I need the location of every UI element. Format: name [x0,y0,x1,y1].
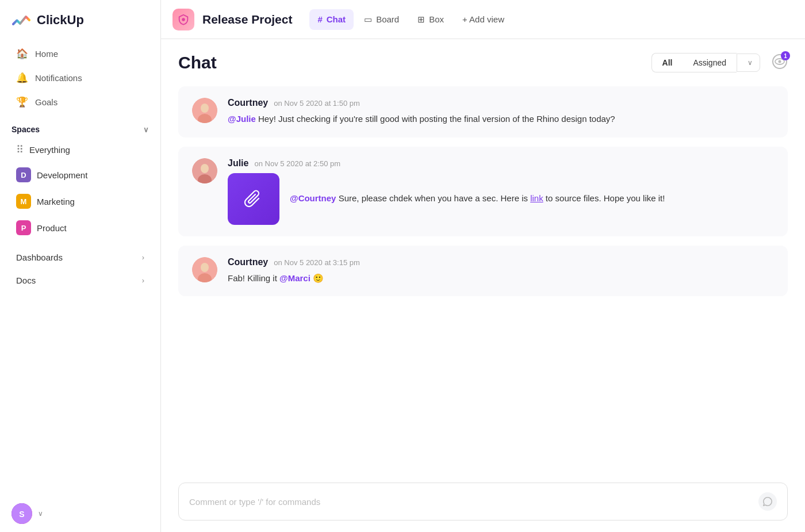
sidebar-nav: 🏠 Home 🔔 Notifications 🏆 Goals [0,39,160,117]
msg2-body: Julie on Nov 5 2020 at 2:50 pm @Courtney… [228,158,774,225]
msg3-author: Courtney [228,257,268,267]
add-view-label: + Add view [462,14,504,24]
msg2-meta: Julie on Nov 5 2020 at 2:50 pm [228,158,774,169]
user-avatar[interactable]: S [12,503,32,524]
dashboards-chevron-icon: › [142,253,144,262]
product-badge: P [16,220,31,235]
sidebar-item-everything-label: Everything [29,145,70,155]
development-badge: D [16,167,31,182]
sidebar-item-docs[interactable]: Docs › [5,269,156,292]
filter-assigned-button[interactable]: Assigned [683,53,737,72]
add-view-button[interactable]: + Add view [454,11,512,28]
msg1-avatar [192,98,217,123]
svg-text:S: S [19,510,24,519]
msg3-time: on Nov 5 2020 at 3:15 pm [274,258,360,267]
everything-icon: ⠿ [16,143,24,156]
msg2-attachment-wrap: @Courtney Sure, please chdek when you ha… [228,173,774,225]
watchers-button[interactable]: 1 [772,53,788,72]
box-tab-icon: ⊞ [417,14,425,25]
msg2-time: on Nov 5 2020 at 2:50 pm [254,159,340,168]
sidebar-item-everything[interactable]: ⠿ Everything [5,138,156,161]
tab-board[interactable]: ▭ Board [356,9,407,30]
msg3-avatar [192,257,217,282]
sidebar-item-product-label: Product [37,223,67,233]
tab-list: # Chat ▭ Board ⊞ Box + Add view [309,0,512,39]
attachment-thumbnail[interactable] [228,173,279,225]
chat-filter: All Assigned ∨ [651,53,760,72]
msg1-author: Courtney [228,98,268,108]
tab-chat[interactable]: # Chat [309,9,354,30]
user-menu-chevron-icon[interactable]: ∨ [38,510,43,518]
msg1-mention: @Julie [228,114,256,124]
sidebar-bottom-section: Dashboards › Docs › [0,246,160,292]
spaces-label: Spaces [12,125,40,134]
msg3-text: Fab! Killing it @Marci 🙂 [228,272,774,285]
courtney2-avatar-img [192,257,217,282]
sidebar-item-notifications[interactable]: 🔔 Notifications [5,66,156,90]
svg-point-10 [201,164,209,173]
msg2-avatar [192,158,217,183]
msg1-text: @Julie Hey! Just checking if you're stil… [228,113,774,126]
courtney-avatar-img [192,98,217,123]
filter-chevron-icon: ∨ [747,59,753,67]
main-content: Release Project # Chat ▭ Board ⊞ Box + A… [161,0,805,532]
spaces-section-header[interactable]: Spaces ∨ [0,117,160,137]
sidebar-item-marketing[interactable]: M Marketing [5,189,156,214]
docs-chevron-icon: › [142,276,144,285]
sidebar-item-dashboards[interactable]: Dashboards › [5,246,156,269]
sidebar-item-marketing-label: Marketing [37,197,75,206]
chat-title: Chat [178,53,217,72]
sidebar-item-goals[interactable]: 🏆 Goals [5,90,156,114]
project-icon [172,9,194,30]
filter-dropdown-button[interactable]: ∨ [737,53,760,72]
svg-point-2 [182,18,185,21]
sidebar-footer: S ∨ [0,495,160,532]
logo-area: ClickUp [0,0,160,39]
message-2: Julie on Nov 5 2020 at 2:50 pm @Courtney… [178,147,788,236]
release-project-icon [177,13,190,26]
msg2-text: @Courtney Sure, please chdek when you ha… [290,192,665,205]
svg-point-13 [201,263,209,272]
sidebar-item-home-label: Home [35,49,58,59]
paperclip-icon [244,189,263,209]
tab-box[interactable]: ⊞ Box [409,9,452,30]
msg1-body: Courtney on Nov 5 2020 at 1:50 pm @Julie… [228,98,774,126]
comment-input-box[interactable]: Comment or type '/' for commands [178,483,788,520]
svg-point-5 [779,60,781,63]
tab-board-label: Board [376,14,399,24]
msg2-link[interactable]: link [530,193,543,203]
project-title: Release Project [202,13,292,26]
board-tab-icon: ▭ [364,14,372,25]
sidebar-item-development[interactable]: D Development [5,162,156,187]
sidebar-item-product[interactable]: P Product [5,215,156,240]
chat-header: Chat All Assigned ∨ [178,53,788,72]
marketing-badge: M [16,194,31,209]
message-1: Courtney on Nov 5 2020 at 1:50 pm @Julie… [178,86,788,137]
messages-list: Courtney on Nov 5 2020 at 1:50 pm @Julie… [178,86,788,473]
msg3-body: Courtney on Nov 5 2020 at 3:15 pm Fab! K… [228,257,774,285]
docs-label: Docs [16,275,36,285]
message-3: Courtney on Nov 5 2020 at 3:15 pm Fab! K… [178,246,788,297]
comment-placeholder: Comment or type '/' for commands [189,497,320,507]
topbar: Release Project # Chat ▭ Board ⊞ Box + A… [161,0,805,39]
bell-icon: 🔔 [16,72,28,84]
user-avatar-image: S [12,503,32,524]
spaces-chevron-icon: ∨ [143,125,149,134]
logo-text: ClickUp [37,13,84,28]
sidebar-item-development-label: Development [37,170,87,180]
msg1-time: on Nov 5 2020 at 1:50 pm [274,99,360,108]
tab-chat-label: Chat [327,14,346,24]
dashboards-label: Dashboards [16,252,63,262]
tab-box-label: Box [429,14,444,24]
chat-area: Chat All Assigned ∨ [161,39,805,473]
sidebar-item-goals-label: Goals [35,97,57,107]
home-icon: 🏠 [16,48,28,60]
sidebar-item-notifications-label: Notifications [35,73,82,83]
msg2-author: Julie [228,158,248,169]
trophy-icon: 🏆 [16,96,28,108]
chat-bubble-icon [758,492,777,511]
filter-all-button[interactable]: All [651,53,683,72]
sidebar-item-home[interactable]: 🏠 Home [5,42,156,66]
msg3-meta: Courtney on Nov 5 2020 at 3:15 pm [228,257,774,267]
msg1-meta: Courtney on Nov 5 2020 at 1:50 pm [228,98,774,108]
